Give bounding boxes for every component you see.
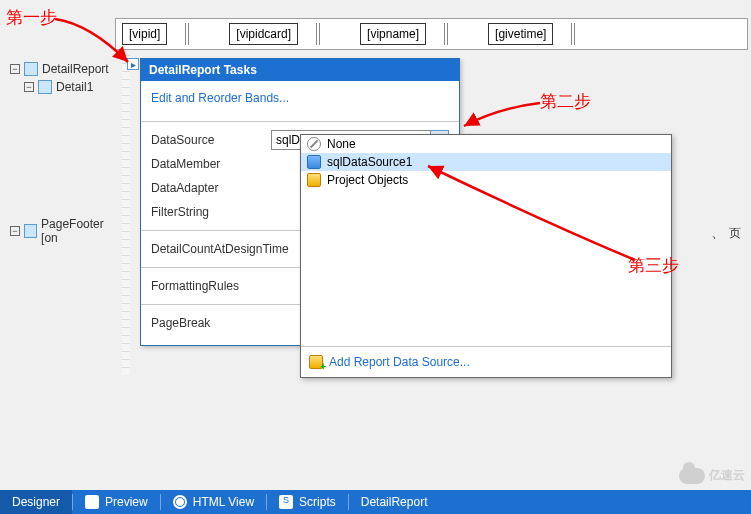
expander-icon[interactable]: − bbox=[10, 226, 20, 236]
tab-preview-label: Preview bbox=[105, 495, 148, 509]
database-icon bbox=[307, 155, 321, 169]
band-icon bbox=[38, 80, 52, 94]
tab-designer-label: Designer bbox=[12, 495, 60, 509]
label-detailcount: DetailCountAtDesignTime bbox=[151, 242, 289, 256]
cell-vipname-text: [vipname] bbox=[367, 27, 419, 41]
watermark: 亿速云 bbox=[679, 467, 745, 484]
label-formattingrules: FormattingRules bbox=[151, 279, 291, 293]
cell-vipidcard-text: [vipidcard] bbox=[236, 27, 291, 41]
vertical-ruler bbox=[122, 55, 130, 375]
smart-tag-glyph[interactable]: ▸ bbox=[127, 58, 139, 70]
tree-node-pagefooter[interactable]: − PageFooter [on bbox=[10, 222, 120, 240]
watermark-text: 亿速云 bbox=[709, 467, 745, 484]
add-report-datasource-link[interactable]: Add Report Data Source... bbox=[329, 355, 470, 369]
tree-label-detailreport: DetailReport bbox=[42, 62, 109, 76]
edit-bands-link[interactable]: Edit and Reorder Bands... bbox=[151, 91, 289, 105]
cell-vipid-text: [vipid] bbox=[129, 27, 160, 41]
tab-preview[interactable]: Preview bbox=[73, 490, 160, 514]
band-icon bbox=[24, 224, 37, 238]
tab-designer[interactable]: Designer bbox=[0, 490, 72, 514]
label-datamember: DataMember bbox=[151, 157, 291, 171]
tree-label-pagefooter: PageFooter [on bbox=[41, 217, 120, 245]
none-icon bbox=[307, 137, 321, 151]
add-datasource-icon bbox=[309, 355, 323, 369]
tab-scripts-label: Scripts bbox=[299, 495, 336, 509]
ds-option-project-objects-label: Project Objects bbox=[327, 173, 408, 187]
label-pagebreak: PageBreak bbox=[151, 316, 291, 330]
ds-option-none[interactable]: None bbox=[301, 135, 671, 153]
label-dataadapter: DataAdapter bbox=[151, 181, 291, 195]
expander-icon[interactable]: − bbox=[10, 64, 20, 74]
ds-option-project-objects[interactable]: Project Objects bbox=[301, 171, 671, 189]
breadcrumb-label: DetailReport bbox=[361, 495, 428, 509]
ds-dropdown-footer: Add Report Data Source... bbox=[301, 346, 671, 377]
arrow-step2 bbox=[458, 98, 548, 138]
ds-option-none-label: None bbox=[327, 137, 356, 151]
breadcrumb-detailreport[interactable]: DetailReport bbox=[349, 490, 440, 514]
cell-givetime[interactable]: [givetime] bbox=[488, 23, 553, 45]
tree-node-detail1[interactable]: − Detail1 bbox=[24, 78, 120, 96]
project-objects-icon bbox=[307, 173, 321, 187]
tree-label-detail1: Detail1 bbox=[56, 80, 93, 94]
design-surface: [vipid] [vipidcard] [vipname] [givetime] bbox=[115, 18, 748, 50]
cloud-icon bbox=[679, 468, 705, 484]
truncated-right-text: 、 页 bbox=[711, 224, 741, 242]
tab-html-view-label: HTML View bbox=[193, 495, 254, 509]
html-view-icon bbox=[173, 495, 187, 509]
callout-step1: 第一步 bbox=[6, 6, 57, 29]
tab-scripts[interactable]: Scripts bbox=[267, 490, 348, 514]
cell-vipidcard[interactable]: [vipidcard] bbox=[229, 23, 298, 45]
label-datasource: DataSource bbox=[151, 133, 271, 147]
cell-givetime-text: [givetime] bbox=[495, 27, 546, 41]
scripts-icon bbox=[279, 495, 293, 509]
callout-step3: 第三步 bbox=[628, 254, 679, 277]
cell-vipname[interactable]: [vipname] bbox=[360, 23, 426, 45]
bottom-tab-bar: Designer Preview HTML View Scripts Detai… bbox=[0, 490, 751, 514]
band-icon bbox=[24, 62, 38, 76]
callout-step2: 第二步 bbox=[540, 90, 591, 113]
cell-sizer[interactable] bbox=[571, 23, 575, 45]
label-filterstring: FilterString bbox=[151, 205, 291, 219]
cell-vipid[interactable]: [vipid] bbox=[122, 23, 167, 45]
expander-icon[interactable]: − bbox=[24, 82, 34, 92]
ds-option-sqldatasource1[interactable]: sqlDataSource1 bbox=[301, 153, 671, 171]
tab-html-view[interactable]: HTML View bbox=[161, 490, 266, 514]
tree-node-detailreport[interactable]: − DetailReport bbox=[10, 60, 120, 78]
tasks-title: DetailReport Tasks bbox=[141, 59, 459, 81]
report-tree: − DetailReport − Detail1 − PageFooter [o… bbox=[10, 60, 120, 240]
datasource-dropdown: None sqlDataSource1 Project Objects Add … bbox=[300, 134, 672, 378]
preview-icon bbox=[85, 495, 99, 509]
ds-option-sqldatasource1-label: sqlDataSource1 bbox=[327, 155, 412, 169]
